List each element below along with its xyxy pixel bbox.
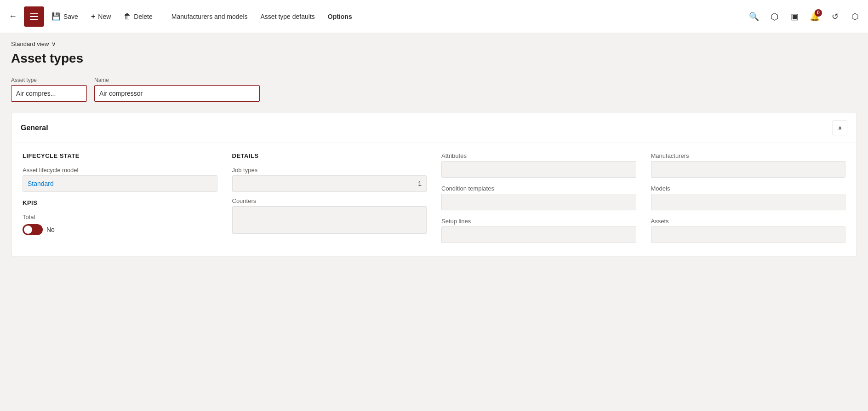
manufacturers-column: Manufacturers Models Assets <box>651 152 846 243</box>
manufacturers-models-button[interactable]: Manufacturers and models <box>166 6 253 28</box>
assets-field: Assets <box>651 218 846 243</box>
manufacturers-models-label: Manufacturers and models <box>171 13 248 20</box>
name-input[interactable] <box>94 85 260 102</box>
save-icon: 💾 <box>51 12 61 21</box>
lifecycle-section-title: LIFECYCLE STATE <box>23 152 217 159</box>
attributes-label: Attributes <box>441 152 636 159</box>
assets-input[interactable] <box>651 226 846 243</box>
new-label: New <box>98 13 111 20</box>
options-label: Options <box>328 13 352 20</box>
hamburger-button[interactable] <box>24 6 44 27</box>
back-button[interactable]: ← <box>4 7 22 26</box>
notification-button[interactable]: 🔔 0 <box>805 7 824 26</box>
details-section-title: DETAILS <box>232 152 427 159</box>
kpis-total-toggle[interactable] <box>23 224 43 235</box>
save-button[interactable]: 💾 Save <box>46 6 84 28</box>
external-link-button[interactable]: ⬡ <box>846 7 864 26</box>
lifecycle-subsection: LIFECYCLE STATE Asset lifecycle model <box>23 152 217 192</box>
toolbar-right-actions: 🔍 ⬡ ▣ 🔔 0 ↺ ⬡ <box>745 7 864 26</box>
profile-button[interactable]: ▣ <box>785 7 804 26</box>
attributes-input[interactable] <box>441 161 636 178</box>
lifecycle-model-field: Asset lifecycle model <box>23 167 217 192</box>
name-label: Name <box>94 77 260 83</box>
toggle-label: No <box>46 226 55 233</box>
models-label: Models <box>651 185 846 192</box>
general-section-title: General <box>21 124 48 132</box>
details-column: DETAILS Job types Counters <box>232 152 427 243</box>
toolbar-divider <box>162 9 162 24</box>
kpis-total-toggle-container: No <box>23 224 217 235</box>
manufacturers-field: Manufacturers <box>651 152 846 178</box>
name-field: Name <box>94 77 260 102</box>
search-button[interactable]: 🔍 <box>745 7 763 26</box>
diamond-button[interactable]: ⬡ <box>765 7 783 26</box>
general-section-body: LIFECYCLE STATE Asset lifecycle model KP… <box>11 143 857 256</box>
page-title: Asset types <box>11 51 857 66</box>
new-button[interactable]: + New <box>86 6 116 28</box>
view-selector[interactable]: Standard view ∨ <box>11 41 857 47</box>
lifecycle-model-label: Asset lifecycle model <box>23 167 217 174</box>
setup-lines-field: Setup lines <box>441 218 636 243</box>
manufacturers-label: Manufacturers <box>651 152 846 159</box>
hamburger-line-2 <box>30 16 38 17</box>
job-types-label: Job types <box>232 167 427 174</box>
counters-label: Counters <box>232 197 427 204</box>
lifecycle-column: LIFECYCLE STATE Asset lifecycle model KP… <box>23 152 217 243</box>
counters-field: Counters <box>232 197 427 234</box>
assets-label: Assets <box>651 218 846 225</box>
collapse-button[interactable]: ∧ <box>833 121 847 135</box>
asset-type-defaults-label: Asset type defaults <box>261 13 315 20</box>
manufacturers-input[interactable] <box>651 161 846 178</box>
delete-icon: 🗑 <box>124 12 131 21</box>
lifecycle-model-input[interactable] <box>23 175 217 192</box>
search-icon: 🔍 <box>749 12 759 22</box>
kpis-section-title: KPIS <box>23 199 217 206</box>
form-fields-row: Asset type Name <box>11 77 857 102</box>
hamburger-line-3 <box>30 19 38 20</box>
attributes-column: Attributes Condition templates Setup lin… <box>441 152 636 243</box>
condition-templates-input[interactable] <box>441 194 636 210</box>
general-section: General ∧ LIFECYCLE STATE Asset lifecycl… <box>11 113 857 256</box>
condition-templates-label: Condition templates <box>441 185 636 192</box>
external-link-icon: ⬡ <box>851 12 859 22</box>
refresh-button[interactable]: ↺ <box>826 7 844 26</box>
hamburger-line-1 <box>30 13 38 14</box>
profile-icon: ▣ <box>791 12 799 22</box>
asset-type-defaults-button[interactable]: Asset type defaults <box>255 6 320 28</box>
diamond-icon: ⬡ <box>771 11 778 22</box>
refresh-icon: ↺ <box>832 12 839 22</box>
setup-lines-label: Setup lines <box>441 218 636 225</box>
back-icon: ← <box>9 12 17 21</box>
kpis-total-label: Total <box>23 214 217 220</box>
asset-type-input[interactable] <box>11 85 87 102</box>
toolbar: ← 💾 Save + New 🗑 Delete Manufacturers an… <box>0 0 868 33</box>
delete-label: Delete <box>134 13 152 20</box>
kpis-total-field: Total No <box>23 214 217 235</box>
job-types-input[interactable] <box>232 175 427 192</box>
attributes-field: Attributes <box>441 152 636 178</box>
delete-button[interactable]: 🗑 Delete <box>118 6 158 28</box>
asset-type-label: Asset type <box>11 77 87 83</box>
models-field: Models <box>651 185 846 210</box>
kpis-subsection: KPIS Total No <box>23 199 217 235</box>
chevron-down-icon: ∨ <box>51 41 56 47</box>
notification-badge: 0 <box>815 9 822 17</box>
view-label: Standard view <box>11 41 49 47</box>
save-label: Save <box>63 13 78 20</box>
counters-input[interactable] <box>232 206 427 234</box>
options-button[interactable]: Options <box>322 6 358 28</box>
setup-lines-input[interactable] <box>441 226 636 243</box>
models-input[interactable] <box>651 194 846 210</box>
toggle-knob <box>24 226 32 234</box>
new-icon: + <box>91 12 95 21</box>
job-types-field: Job types <box>232 167 427 192</box>
general-section-header: General ∧ <box>11 113 857 143</box>
asset-type-field: Asset type <box>11 77 87 102</box>
collapse-icon: ∧ <box>838 124 842 132</box>
condition-templates-field: Condition templates <box>441 185 636 210</box>
page-content: Standard view ∨ Asset types Asset type N… <box>0 33 868 264</box>
details-subsection: DETAILS Job types Counters <box>232 152 427 234</box>
